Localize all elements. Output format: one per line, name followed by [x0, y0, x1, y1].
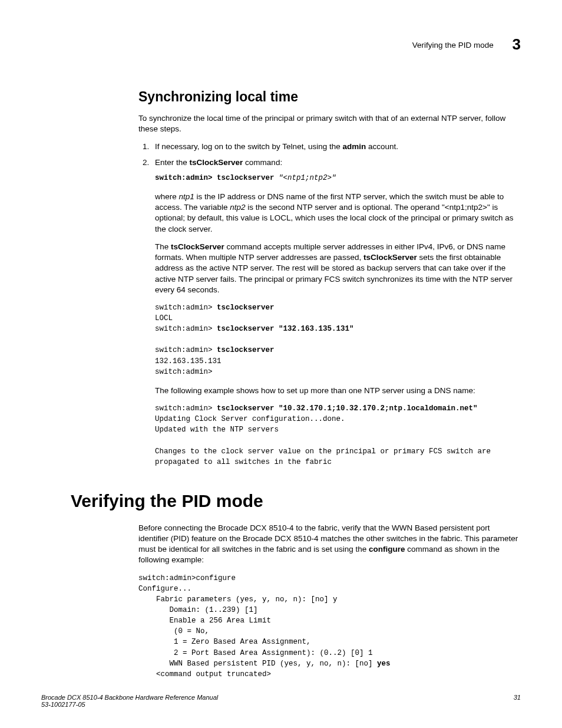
configure-example: switch:admin>configure Configure... Fabr…: [138, 573, 521, 680]
command-block-1: switch:admin> tsclockserver LOCL switch:…: [155, 302, 521, 377]
dns-example-intro: The following example shows how to set u…: [155, 386, 521, 396]
page-number: 31: [514, 694, 521, 701]
chapter-number: 3: [513, 35, 521, 53]
section-heading-sync: Synchronizing local time: [138, 89, 521, 105]
page: Verifying the PID mode 3 Synchronizing l…: [0, 0, 562, 728]
pid-paragraph: Before connecting the Brocade DCX 8510-4…: [138, 523, 521, 566]
footer-title: Brocade DCX 8510-4 Backbone Hardware Ref…: [41, 694, 218, 701]
intro-paragraph: To synchronize the local time of the pri…: [138, 113, 521, 134]
command-example-1: switch:admin> tsclockserver "<ntp1;ntp2>…: [155, 173, 521, 183]
tsclockserver-explanation: The tsClockServer command accepts multip…: [155, 242, 521, 295]
step-list: If necessary, log on to the switch by Te…: [138, 141, 521, 167]
pid-content: Before connecting the Brocade DCX 8510-4…: [138, 523, 521, 680]
content-block: Synchronizing local time To synchronize …: [138, 89, 521, 467]
step-2: Enter the tsClockServer command:: [151, 157, 521, 168]
footer-docnum: 53-1002177-05: [41, 701, 85, 708]
page-footer: 31 Brocade DCX 8510-4 Backbone Hardware …: [41, 694, 521, 708]
command-block-2: switch:admin> tsclockserver "10.32.170.1…: [155, 403, 521, 467]
step-1: If necessary, log on to the switch by Te…: [151, 141, 521, 152]
step2-detail: switch:admin> tsclockserver "<ntp1;ntp2>…: [155, 173, 521, 467]
running-title: Verifying the PID mode: [412, 41, 494, 50]
section-heading-pid: Verifying the PID mode: [71, 491, 521, 511]
ntp-explanation: where ntp1 is the IP address or DNS name…: [155, 192, 521, 235]
running-header: Verifying the PID mode 3: [71, 35, 521, 54]
